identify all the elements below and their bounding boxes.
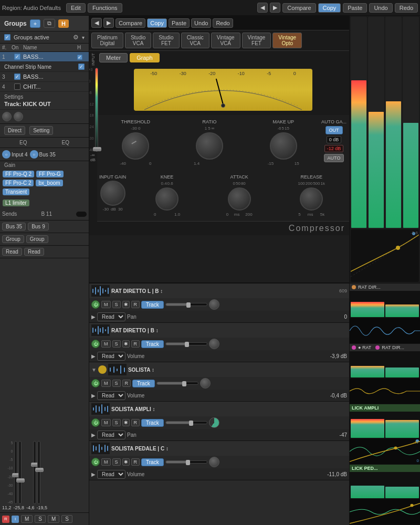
add-group-button[interactable]: + <box>30 19 40 28</box>
group-button-1[interactable]: Group <box>2 235 24 243</box>
power-btn-37[interactable]: ⏻ <box>91 458 100 466</box>
type-studio-vca[interactable]: StudioVCA <box>125 33 151 48</box>
plugin-nav-prev[interactable]: ◀ <box>91 18 102 28</box>
knob-33[interactable] <box>209 339 219 349</box>
ratio-knob[interactable] <box>196 132 223 160</box>
plugin-nav-next[interactable]: ▶ <box>103 18 114 28</box>
knee-knob[interactable] <box>155 187 178 211</box>
read-select-33[interactable]: Read <box>97 352 125 361</box>
play-btn-35[interactable]: ▶ <box>91 393 96 398</box>
type-vintage-fet[interactable]: VintageFET <box>242 33 271 48</box>
r-btn-33[interactable]: R <box>131 340 140 348</box>
makeup-knob[interactable] <box>270 132 297 160</box>
m-btn-33[interactable]: M <box>101 340 111 348</box>
s-button-bottom[interactable]: S <box>35 515 46 523</box>
undo-button[interactable]: Undo <box>369 3 392 13</box>
fader-track-main[interactable] <box>95 68 98 152</box>
group-row-1[interactable]: 1 BASS... <box>0 52 89 62</box>
fader-vertical-right-2[interactable] <box>37 441 40 504</box>
play-btn-36[interactable]: ▶ <box>91 432 96 438</box>
fader-vertical-left[interactable] <box>14 441 17 504</box>
ast-btn-36[interactable]: ✱ <box>122 419 130 426</box>
fader-vertical-right[interactable] <box>18 441 22 504</box>
plugin-undo[interactable]: Undo <box>191 18 211 28</box>
s-btn-32[interactable]: S <box>112 301 121 308</box>
track-btn-37[interactable]: Track <box>141 458 164 466</box>
r-btn-37[interactable]: R <box>131 458 140 466</box>
setting-button[interactable]: Setting <box>29 126 53 135</box>
plugin-copy[interactable]: Copy <box>147 18 167 28</box>
fader-thumb-36[interactable] <box>189 421 193 426</box>
csn-checkbox[interactable] <box>78 64 85 70</box>
type-platinum[interactable]: PlatinumDigital <box>91 33 123 48</box>
prev-button[interactable]: ◀ <box>257 3 268 13</box>
read-button-2[interactable]: Read <box>24 248 44 256</box>
m-button-bottom-2[interactable]: M <box>48 515 59 523</box>
s-btn-33[interactable]: S <box>112 340 121 348</box>
type-classic-vca[interactable]: ClassicVCA <box>181 33 209 48</box>
knob-32[interactable] <box>209 299 219 310</box>
auto-button[interactable]: AUTO <box>324 154 344 162</box>
ast-btn-32[interactable]: ✱ <box>122 301 130 308</box>
next-button[interactable]: ▶ <box>270 3 280 13</box>
out-button[interactable]: OUT <box>326 126 343 134</box>
plugin-ffprog[interactable]: FF Pro-G <box>36 171 64 177</box>
s-btn-37[interactable]: S <box>112 458 121 466</box>
bus9-button[interactable]: Bus 9 <box>28 223 49 230</box>
threshold-knob[interactable] <box>122 132 149 160</box>
plugin-compare[interactable]: Compare <box>116 18 145 28</box>
fader-thumb-right-2[interactable] <box>35 468 44 472</box>
m-btn-32[interactable]: M <box>101 301 111 308</box>
ast-btn-37[interactable]: ✱ <box>122 458 130 466</box>
bus35-button[interactable]: Bus 35 <box>2 223 26 230</box>
groups-active-checkbox[interactable] <box>4 34 10 40</box>
release-knob[interactable] <box>300 187 323 211</box>
compare-button[interactable]: Compare <box>282 3 316 13</box>
group-check-1[interactable] <box>12 54 23 60</box>
redo-button[interactable]: Redo <box>395 3 418 13</box>
fader-37[interactable] <box>165 460 207 464</box>
r-btn-35[interactable]: R <box>122 380 131 387</box>
duplicate-group-button[interactable]: ⧉ <box>44 19 55 28</box>
track-btn-35[interactable]: Track <box>132 380 155 387</box>
plugin-bxboom[interactable]: bx_boom <box>36 180 62 186</box>
m-btn-37[interactable]: M <box>101 458 111 466</box>
gear-button[interactable]: ⚙ <box>73 34 79 41</box>
fader-35[interactable] <box>156 382 198 385</box>
knob-37[interactable] <box>209 457 219 467</box>
plugin-redo[interactable]: Redo <box>213 18 233 28</box>
fader-thumb-33[interactable] <box>185 342 189 347</box>
attack-knob[interactable] <box>228 187 251 211</box>
read-select-37[interactable]: Read <box>97 470 125 479</box>
fader-thumb-35[interactable] <box>182 381 186 386</box>
input-gain-knob[interactable] <box>100 181 125 206</box>
track-btn-33[interactable]: Track <box>141 340 164 348</box>
edit-button[interactable]: Edit <box>66 3 86 13</box>
type-studio-fet[interactable]: StudioFET <box>153 33 179 48</box>
m-btn-36[interactable]: M <box>101 419 111 426</box>
functions-button[interactable]: Functions <box>88 3 122 13</box>
paste-button[interactable]: Paste <box>343 3 367 13</box>
knob-35[interactable] <box>200 378 211 388</box>
plugin-transient[interactable]: Transient <box>3 188 29 195</box>
knob-36[interactable] <box>209 417 219 428</box>
pan-knob[interactable] <box>2 112 12 121</box>
s-btn-36[interactable]: S <box>112 419 121 426</box>
play-btn-37[interactable]: ▶ <box>91 471 96 477</box>
group-row-4[interactable]: 4 CHIT... <box>0 82 89 92</box>
fader-36[interactable] <box>165 421 207 424</box>
play-btn-32[interactable]: ▶ <box>91 314 96 320</box>
m-button-bottom[interactable]: M <box>21 515 33 523</box>
power-btn-35[interactable]: ⏻ <box>91 379 100 387</box>
read-select-32[interactable]: Read <box>97 312 125 321</box>
h-button[interactable]: H <box>58 19 69 28</box>
m-btn-35[interactable]: M <box>101 380 111 387</box>
read-button-1[interactable]: Read <box>2 248 22 256</box>
read-select-36[interactable]: Read <box>97 430 125 439</box>
type-vintage-opto[interactable]: VintageOpto <box>272 33 302 48</box>
plugin-ffproc2[interactable]: FF Pro-C 2 <box>3 180 34 186</box>
fader-33[interactable] <box>165 342 207 345</box>
group-row-3[interactable]: 3 BASS... <box>0 72 89 82</box>
fader-thumb-37[interactable] <box>186 460 190 465</box>
volume-knob[interactable] <box>14 112 23 121</box>
